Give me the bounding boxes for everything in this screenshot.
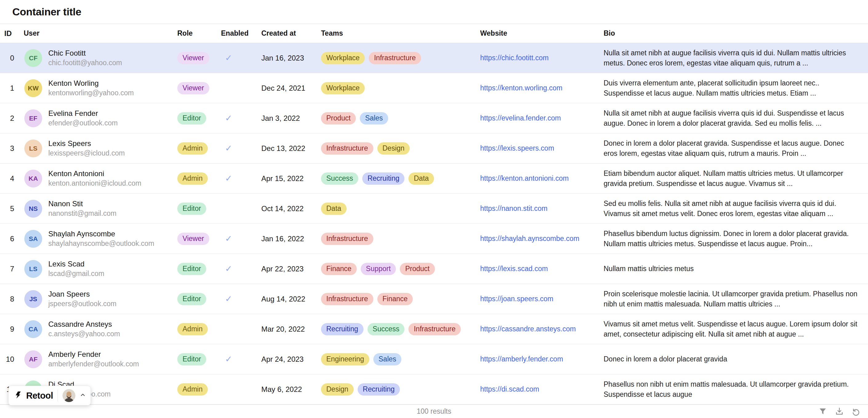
team-tag: Infrastructure [321, 142, 373, 154]
website-link[interactable]: https://di.scad.com [480, 385, 539, 393]
teams: ProductSales [321, 112, 480, 125]
team-tag: Support [361, 263, 396, 275]
table-row[interactable]: 2 EF Evelina Fender efender@outlook.com … [0, 103, 868, 133]
teams: FinanceSupportProduct [321, 263, 480, 275]
user-name: Nanon Stit [48, 200, 117, 208]
created-at: Jan 3, 2022 [261, 114, 321, 123]
user-email: jspeers@outlook.com [48, 300, 117, 308]
table-row[interactable]: 11 DS Di Scad discad@yahoo.com Admin ✓ M… [0, 374, 868, 405]
container-title-bar: Container title [0, 0, 868, 24]
download-icon[interactable] [835, 407, 844, 416]
chevron-up-icon[interactable] [80, 392, 86, 399]
created-at: May 6, 2022 [261, 385, 321, 394]
website-link[interactable]: https://lexis.scad.com [480, 265, 548, 273]
bio-text: Nulla sit amet nibh at augue facilisis v… [603, 48, 868, 68]
user-name: Evelina Fender [48, 109, 118, 118]
row-id: 4 [0, 174, 19, 183]
user-email: chic.footitt@yahoo.com [48, 59, 122, 67]
refresh-icon[interactable] [851, 407, 861, 416]
row-id: 2 [0, 114, 19, 123]
table-footer: 100 results [0, 405, 868, 418]
team-tag: Design [321, 383, 354, 395]
bio-text: Duis viverra elementum ante, placerat so… [603, 78, 868, 98]
user-name: Kenton Antonioni [48, 169, 141, 178]
user-photo-avatar[interactable] [62, 389, 75, 402]
enabled-check-icon: ✓ [225, 354, 232, 364]
avatar: KW [24, 79, 42, 97]
table-row[interactable]: 10 AF Amberly Fender amberlyfender@outlo… [0, 344, 868, 374]
team-tag: Infrastructure [321, 293, 373, 305]
created-at: Jan 16, 2023 [261, 54, 321, 62]
user-email: efender@outlook.com [48, 119, 118, 127]
teams: Data [321, 203, 480, 215]
avatar: SA [24, 230, 42, 248]
role-badge: Viewer [177, 233, 209, 245]
user-email: nanonstit@gmail.com [48, 209, 117, 218]
website-link[interactable]: https://shaylah.aynscombe.com [480, 235, 579, 243]
table-row[interactable]: 4 KA Kenton Antonioni kenton.antonioni@i… [0, 164, 868, 194]
website-link[interactable]: https://cassandre.ansteys.com [480, 325, 576, 333]
user-name: Lexis Scad [48, 260, 104, 268]
user-name: Amberly Fender [48, 350, 139, 359]
enabled-check-icon: ✓ [225, 143, 232, 153]
column-header-user[interactable]: User [19, 29, 177, 37]
filter-icon[interactable] [818, 407, 827, 416]
teams: EngineeringSales [321, 353, 480, 365]
table-row[interactable]: 6 SA Shaylah Aynscombe shaylahaynscombe@… [0, 224, 868, 254]
column-header-enabled[interactable]: Enabled [221, 29, 261, 37]
user-email: lexisspeers@icloud.com [48, 149, 125, 158]
table-row[interactable]: 5 NS Nanon Stit nanonstit@gmail.com Edit… [0, 194, 868, 224]
row-id: 5 [0, 204, 19, 213]
website-link[interactable]: https://kenton.worling.com [480, 84, 562, 92]
website-link[interactable]: https://amberly.fender.com [480, 355, 563, 363]
table-row[interactable]: 0 CF Chic Footitt chic.footitt@yahoo.com… [0, 43, 868, 73]
website-link[interactable]: https://kenton.antonioni.com [480, 174, 569, 182]
created-at: Oct 14, 2022 [261, 204, 321, 213]
teams: DesignRecruiting [321, 383, 480, 395]
table-row[interactable]: 1 KW Kenton Worling kentonworling@yahoo.… [0, 73, 868, 103]
user-name: Chic Footitt [48, 49, 122, 58]
row-id: 10 [0, 355, 19, 363]
retool-badge[interactable]: Retool [8, 386, 91, 406]
created-at: Dec 24, 2021 [261, 84, 321, 93]
enabled-check-icon: ✓ [225, 234, 232, 244]
bio-text: Sed eu mollis felis. Nulla sit amet nibh… [603, 199, 868, 219]
created-at: Dec 13, 2022 [261, 144, 321, 153]
teams: InfrastructureFinance [321, 293, 480, 305]
user-name: Kenton Worling [48, 79, 134, 88]
website-link[interactable]: https://joan.speers.com [480, 295, 553, 303]
table-row[interactable]: 8 JS Joan Speers jspeers@outlook.com Edi… [0, 284, 868, 314]
column-header-teams[interactable]: Teams [321, 29, 480, 37]
badge-divider [58, 390, 58, 402]
column-header-website[interactable]: Website [480, 29, 603, 37]
website-link[interactable]: https://chic.footitt.com [480, 54, 549, 62]
enabled-check-icon: ✓ [225, 173, 232, 183]
role-badge: Viewer [177, 52, 209, 64]
role-badge: Admin [177, 383, 208, 395]
website-link[interactable]: https://nanon.stit.com [480, 204, 548, 213]
row-id: 0 [0, 54, 19, 62]
teams: Infrastructure [321, 233, 480, 245]
column-header-id[interactable]: ID [0, 29, 19, 38]
avatar: LS [24, 260, 42, 278]
column-header-created[interactable]: Created at [261, 29, 321, 37]
role-badge: Viewer [177, 82, 209, 94]
team-tag: Design [377, 142, 410, 154]
role-badge: Editor [177, 293, 206, 305]
created-at: Mar 20, 2022 [261, 325, 321, 334]
table-row[interactable]: 7 LS Lexis Scad lscad@gmail.com Editor ✓… [0, 254, 868, 284]
row-id: 8 [0, 295, 19, 303]
team-tag: Finance [321, 263, 357, 275]
retool-logo-icon [13, 391, 22, 400]
column-header-role[interactable]: Role [177, 29, 221, 37]
column-header-bio[interactable]: Bio [603, 29, 868, 37]
website-link[interactable]: https://evelina.fender.com [480, 114, 561, 122]
team-tag: Infrastructure [408, 323, 461, 335]
role-badge: Admin [177, 142, 208, 154]
role-badge: Admin [177, 172, 208, 185]
team-tag: Sales [373, 353, 402, 365]
table-row[interactable]: 3 LS Lexis Speers lexisspeers@icloud.com… [0, 133, 868, 164]
website-link[interactable]: https://lexis.speers.com [480, 144, 554, 152]
table-row[interactable]: 9 CA Cassandre Ansteys c.ansteys@yahoo.c… [0, 314, 868, 344]
user-email: lscad@gmail.com [48, 270, 104, 278]
